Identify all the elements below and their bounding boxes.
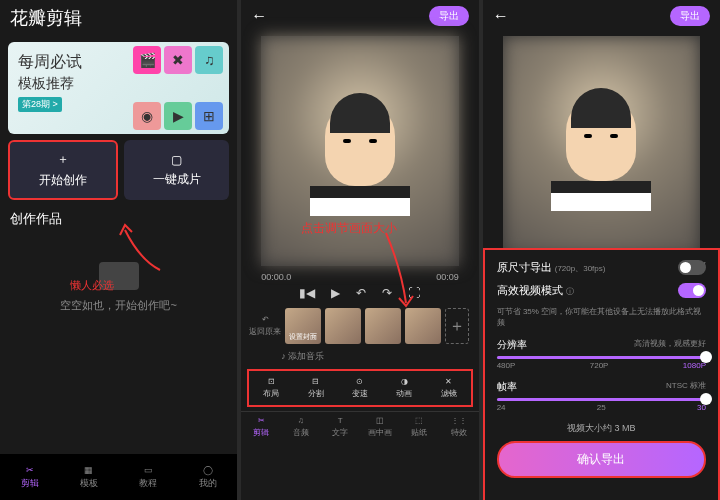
editor-screen: ← 导出 点击调节画面大小 00:00.0 00:09 ▮◀ ▶ ↶ ↷ ⛶ ↶… (241, 0, 478, 500)
animate-icon: ◑ (401, 377, 408, 386)
plus-icon: ＋ (57, 151, 69, 168)
export-button[interactable]: 导出 (429, 6, 469, 26)
home-screen: 花瓣剪辑 每周必试 模板推荐 第28期 > 🎬 ✖ ♫ ◉ ▶ ⊞ ＋ 开始创作… (0, 0, 237, 500)
btool-clip[interactable]: ✂剪辑 (241, 416, 281, 438)
banner-badge: 第28期 > (18, 97, 62, 112)
tool-split[interactable]: ⊟分割 (294, 377, 338, 399)
clapper-icon: 🎬 (133, 46, 161, 74)
annotation-lazy: 懒人必选 (70, 278, 114, 293)
tab-mine[interactable]: ◯我的 (178, 454, 237, 500)
arrow-annotation-icon (381, 228, 421, 308)
scissors-icon: ✂ (26, 465, 34, 475)
logo-icon: ✖ (164, 46, 192, 74)
tool-layout[interactable]: ⊡布局 (249, 377, 293, 399)
tab-templates[interactable]: ▦模板 (59, 454, 118, 500)
arrow-annotation-icon (110, 220, 170, 280)
quick-movie-button[interactable]: ▢ 一键成片 (124, 140, 230, 200)
export-screen: ← 导出 ⌄ 原尺寸导出 (720p、30fps) 高效视频模式 ⓘ 可节省 3… (483, 0, 720, 500)
book-icon: ▭ (144, 465, 153, 475)
fx-icon: ⋮⋮ (451, 416, 467, 425)
time-total: 00:09 (436, 272, 459, 282)
clip-thumb[interactable] (405, 308, 441, 344)
tool-speed[interactable]: ⊙变速 (338, 377, 382, 399)
tool-animate[interactable]: ◑动画 (382, 377, 426, 399)
music-icon: ♫ (195, 46, 223, 74)
scissors-icon: ✂ (258, 416, 265, 425)
pip-icon: ◫ (376, 416, 384, 425)
resolution-label: 分辨率 (497, 338, 527, 352)
timeline[interactable]: ↶返回原来 设置封面 ＋ (241, 304, 478, 348)
sticker-icon: ⬚ (415, 416, 423, 425)
export-button[interactable]: 导出 (670, 6, 710, 26)
play-button[interactable]: ▶ (331, 286, 340, 300)
playback-controls: ▮◀ ▶ ↶ ↷ ⛶ (241, 282, 478, 304)
clip-thumb[interactable] (325, 308, 361, 344)
tab-edit[interactable]: ✂剪辑 (0, 454, 59, 500)
text-icon: T (338, 416, 343, 425)
info-icon[interactable]: ⓘ (566, 287, 574, 296)
clip-thumb[interactable] (365, 308, 401, 344)
efficient-mode-label: 高效视频模式 (497, 284, 563, 296)
undo-button[interactable]: ↶ (356, 286, 366, 300)
back-button[interactable]: ← (251, 7, 267, 25)
btool-text[interactable]: T文字 (320, 416, 360, 438)
btool-audio[interactable]: ♫音频 (281, 416, 321, 438)
app-title: 花瓣剪辑 (0, 0, 237, 36)
add-clip-button[interactable]: ＋ (445, 308, 469, 344)
template-banner[interactable]: 每周必试 模板推荐 第28期 > 🎬 ✖ ♫ ◉ ▶ ⊞ (8, 42, 229, 134)
split-icon: ⊟ (312, 377, 319, 386)
back-button[interactable]: ← (493, 7, 509, 25)
efficient-mode-toggle[interactable] (678, 283, 706, 298)
video-size-text: 视频大小约 3 MB (497, 422, 706, 435)
btool-pip[interactable]: ◫画中画 (360, 416, 400, 438)
reel-icon: ◉ (133, 102, 161, 130)
speed-icon: ⊙ (356, 377, 363, 386)
clip-thumb-cover[interactable]: 设置封面 (285, 308, 321, 344)
preview-character (320, 101, 400, 201)
start-create-button[interactable]: ＋ 开始创作 (8, 140, 118, 200)
confirm-export-button[interactable]: 确认导出 (497, 441, 706, 478)
tool-filter[interactable]: ✕滤镜 (426, 377, 470, 399)
timeline-undo[interactable]: ↶返回原来 (249, 315, 281, 337)
btool-sticker[interactable]: ⬚贴纸 (400, 416, 440, 438)
bottom-tabbar: ✂剪辑 ▦模板 ▭教程 ◯我的 (0, 454, 237, 500)
original-size-toggle[interactable] (678, 260, 706, 275)
camera-icon: ▢ (171, 153, 182, 167)
layout-icon: ⊡ (268, 377, 275, 386)
time-current: 00:00.0 (261, 272, 291, 282)
original-size-label: 原尺寸导出 (497, 261, 552, 273)
add-music-button[interactable]: ♪ 添加音乐 (241, 348, 478, 365)
clip-tools-row: ⊡布局 ⊟分割 ⊙变速 ◑动画 ✕滤镜 (247, 369, 472, 407)
prev-button[interactable]: ▮◀ (299, 286, 315, 300)
person-icon: ◯ (203, 465, 213, 475)
resolution-slider[interactable] (497, 356, 706, 359)
efficient-note: 可节省 35% 空间，你可能在其他设备上无法播放此格式视频 (497, 306, 706, 328)
banner-line2: 模板推荐 (18, 75, 219, 93)
btool-fx[interactable]: ⋮⋮特效 (439, 416, 479, 438)
play-icon: ▶ (164, 102, 192, 130)
grid-icon: ▦ (84, 465, 93, 475)
filter-icon: ✕ (445, 377, 452, 386)
bottom-tools-row: ✂剪辑 ♫音频 T文字 ◫画中画 ⬚贴纸 ⋮⋮特效 (241, 411, 478, 442)
export-panel: ⌄ 原尺寸导出 (720p、30fps) 高效视频模式 ⓘ 可节省 35% 空间… (483, 248, 720, 500)
framerate-slider[interactable] (497, 398, 706, 401)
tab-tutorial[interactable]: ▭教程 (119, 454, 178, 500)
note-icon: ♫ (298, 416, 304, 425)
fx-icon: ⊞ (195, 102, 223, 130)
framerate-label: 帧率 (497, 380, 517, 394)
video-preview (503, 36, 700, 256)
